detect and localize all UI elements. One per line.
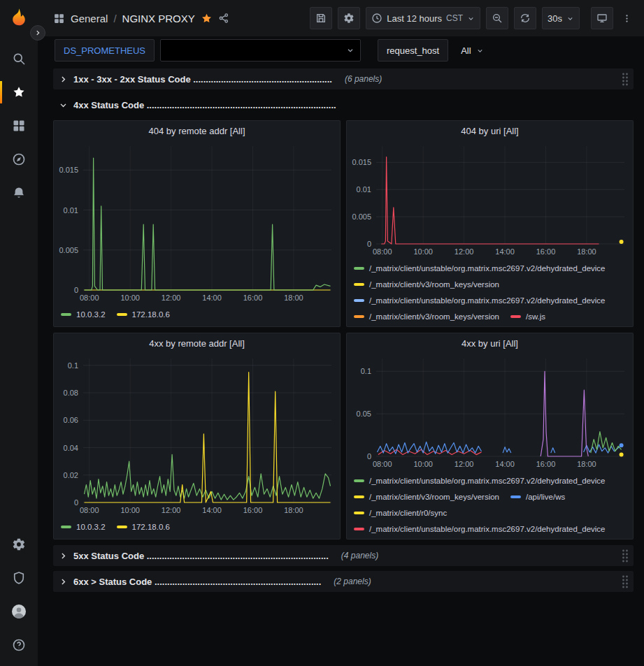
row-5xx[interactable]: 5xx Status Code ........................… — [53, 545, 634, 566]
legend-item[interactable]: /_matrix/client/v3/room_keys/version — [354, 308, 499, 324]
zoom-out-button[interactable] — [486, 7, 508, 29]
panel-chart[interactable]: 08:0010:0012:0014:0016:0018:0000.020.040… — [54, 353, 340, 516]
legend-color-mark — [354, 528, 364, 530]
sidebar-item-explore[interactable] — [0, 143, 38, 176]
panel-title[interactable]: 4xx by remote addr [All] — [54, 333, 340, 353]
main-area: General / NGINX PROXY Last — [38, 0, 644, 666]
row-title: 1xx - 3xx - 2xx Status Code ............… — [73, 74, 332, 85]
tv-mode-button[interactable] — [591, 7, 613, 29]
request-host-value: All — [461, 45, 471, 56]
apps-breadcrumb-icon — [53, 13, 65, 24]
sidebar-item-configuration[interactable] — [0, 528, 38, 561]
panel-legend: /_matrix/client/unstable/org.matrix.msc2… — [347, 470, 633, 539]
compass-icon — [12, 152, 26, 166]
variable-label-ds-prometheus[interactable]: DS_PROMETHEUS — [55, 39, 155, 61]
search-icon — [12, 52, 26, 66]
datasource-select[interactable] — [160, 39, 361, 61]
legend-item[interactable]: /_matrix/client/unstable/org.matrix.msc2… — [354, 472, 606, 488]
legend-label: /_matrix/client/r0/sync — [369, 509, 447, 517]
svg-text:08:00: 08:00 — [80, 294, 99, 302]
chevron-down-icon — [566, 15, 574, 22]
svg-text:12:00: 12:00 — [455, 247, 474, 256]
row-4xx[interactable]: 4xx Status Code ........................… — [53, 94, 634, 115]
svg-text:10:00: 10:00 — [120, 294, 140, 302]
kebab-menu-button[interactable] — [619, 7, 634, 29]
breadcrumb-section[interactable]: General — [71, 13, 108, 24]
legend-label: /api/live/ws — [526, 493, 565, 501]
svg-text:0: 0 — [74, 498, 78, 507]
grafana-logo-icon[interactable] — [8, 7, 29, 28]
chevron-down-icon — [346, 46, 355, 55]
row-title: 4xx Status Code ........................… — [73, 100, 336, 110]
svg-text:18:00: 18:00 — [577, 460, 596, 468]
svg-text:10:00: 10:00 — [413, 460, 433, 468]
panel-legend: 10.0.3.2172.18.0.6 — [54, 304, 340, 326]
legend-item[interactable]: /_matrix/client/unstable/org.matrix.msc2… — [354, 260, 606, 276]
legend-item[interactable]: 10.0.3.2 — [61, 519, 106, 535]
row-1xx-3xx-2xx[interactable]: 1xx - 3xx - 2xx Status Code ............… — [53, 68, 634, 89]
panel-title[interactable]: 4xx by uri [All] — [347, 333, 633, 353]
legend-item[interactable]: /_matrix/client/v3/room_keys/version — [354, 276, 499, 292]
sidebar-item-help[interactable] — [0, 628, 38, 662]
favorite-star-icon[interactable] — [201, 13, 213, 24]
refresh-icon — [520, 13, 531, 24]
chart-canvas[interactable]: 08:0010:0012:0014:0016:0018:0000.020.040… — [54, 353, 340, 516]
legend-item[interactable]: /_matrix/client/unstable/org.matrix.msc2… — [354, 292, 606, 308]
chart-canvas[interactable]: 08:0010:0012:0014:0016:0018:0000.050.1 — [347, 353, 633, 470]
chevron-down-icon — [467, 15, 475, 22]
row-drag-handle-icon[interactable] — [621, 549, 629, 563]
chevron-right-icon — [59, 577, 68, 586]
legend-item[interactable]: /_matrix/client/v3/room_keys/version — [354, 488, 499, 505]
gear-icon — [12, 537, 26, 551]
zoom-out-icon — [492, 13, 503, 24]
time-range-picker[interactable]: Last 12 hours CST — [366, 7, 480, 29]
sidebar-item-server-admin[interactable] — [0, 561, 38, 595]
legend-color-mark — [61, 526, 71, 528]
panel-chart[interactable]: 08:0010:0012:0014:0016:0018:0000.050.1 — [347, 353, 633, 470]
share-icon[interactable] — [218, 13, 229, 24]
sidebar-expand-button[interactable] — [30, 25, 45, 41]
svg-text:0.005: 0.005 — [352, 212, 371, 221]
row-6xx[interactable]: 6xx > Status Code ......................… — [53, 571, 634, 592]
svg-text:14:00: 14:00 — [202, 294, 222, 302]
clock-icon — [371, 13, 382, 24]
save-dashboard-button[interactable] — [310, 7, 332, 29]
legend-color-mark — [510, 495, 521, 498]
legend-color-mark — [354, 512, 364, 514]
dashboard-settings-button[interactable] — [338, 7, 360, 29]
legend-color-mark — [354, 479, 364, 482]
chart-canvas[interactable]: 08:0010:0012:0014:0016:0018:0000.0050.01… — [347, 140, 633, 258]
legend-item[interactable]: 172.18.0.6 — [117, 306, 170, 322]
panel-title[interactable]: 404 by uri [All] — [347, 121, 633, 140]
bell-icon — [12, 186, 26, 200]
legend-item[interactable]: 10.0.3.2 — [61, 306, 106, 322]
sidebar-item-search[interactable] — [0, 42, 38, 75]
chevron-right-icon — [59, 551, 68, 560]
panel-title[interactable]: 404 by remote addr [All] — [54, 121, 340, 140]
star-icon — [12, 85, 26, 99]
svg-text:14:00: 14:00 — [495, 247, 515, 256]
sidebar-item-profile[interactable] — [0, 595, 38, 628]
chart-canvas[interactable]: 08:0010:0012:0014:0016:0018:0000.0050.01… — [54, 140, 340, 304]
sidebar-item-alerting[interactable] — [0, 176, 38, 210]
sidebar-item-starred[interactable] — [0, 75, 38, 109]
row-drag-handle-icon[interactable] — [621, 574, 629, 589]
legend-item[interactable]: /sw.js — [510, 308, 545, 324]
variable-label-request-host[interactable]: request_host — [378, 39, 448, 61]
request-host-select[interactable]: All — [454, 39, 490, 61]
legend-color-mark — [117, 526, 127, 528]
panel-chart[interactable]: 08:0010:0012:0014:0016:0018:0000.0050.01… — [347, 140, 633, 258]
svg-text:0.015: 0.015 — [352, 158, 371, 166]
refresh-interval-dropdown[interactable]: 30s — [542, 7, 580, 29]
dashboard-submenu: DS_PROMETHEUS request_host All — [38, 36, 644, 64]
legend-item[interactable]: /_matrix/client/r0/sync — [354, 505, 447, 521]
legend-item[interactable]: /_matrix/client/unstable/org.matrix.msc2… — [354, 521, 606, 537]
svg-text:0: 0 — [74, 286, 78, 294]
legend-item[interactable]: /api/live/ws — [510, 488, 565, 505]
refresh-button[interactable] — [514, 7, 536, 29]
sidebar-item-dashboards[interactable] — [0, 109, 38, 143]
svg-text:16:00: 16:00 — [536, 460, 556, 468]
panel-chart[interactable]: 08:0010:0012:0014:0016:0018:0000.0050.01… — [54, 140, 340, 304]
row-drag-handle-icon[interactable] — [621, 72, 629, 87]
legend-item[interactable]: 172.18.0.6 — [117, 519, 170, 535]
